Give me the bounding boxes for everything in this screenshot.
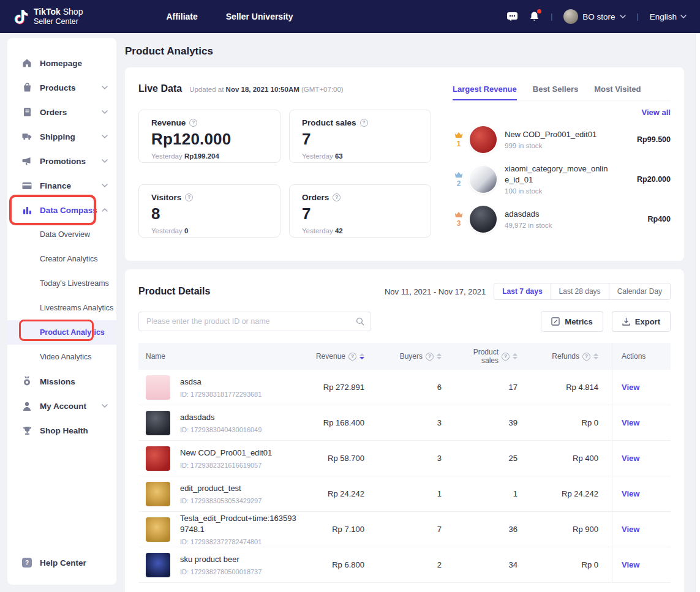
product-image xyxy=(146,375,170,400)
col-revenue[interactable]: Revenue xyxy=(316,352,364,361)
nav-seller-university[interactable]: Seller University xyxy=(226,12,293,21)
sidebar-item-todays-livestreams[interactable]: Today's Livestreams xyxy=(7,271,116,296)
view-link[interactable]: View xyxy=(622,525,639,534)
sidebar-item-finance[interactable]: Finance xyxy=(7,173,116,198)
table-row: New COD_Pro001_edit01ID: 172938232161661… xyxy=(138,441,671,476)
help-circle-icon[interactable] xyxy=(185,193,193,201)
orders-icon xyxy=(22,107,32,117)
tiktok-note-icon xyxy=(13,9,28,25)
nav-affiliate[interactable]: Affiliate xyxy=(166,12,197,21)
truck-icon xyxy=(22,132,32,141)
notification-dot xyxy=(537,9,541,13)
logo-text: TikTok Shop Seller Center xyxy=(34,7,83,26)
visitors-value: 8 xyxy=(151,204,268,223)
tab-most-visited[interactable]: Most Visited xyxy=(594,81,641,100)
search-input[interactable] xyxy=(146,317,356,326)
help-circle-icon[interactable] xyxy=(502,353,510,361)
chevron-down-icon xyxy=(102,159,108,163)
table-row: sku product beerID: 1729382780500018737 … xyxy=(138,547,671,583)
sidebar-item-livestreams-analytics[interactable]: Livestreams Analytics xyxy=(7,296,116,320)
sidebar-item-promotions[interactable]: Promotions xyxy=(7,149,116,173)
product-image xyxy=(146,517,170,542)
crown-icon: 2 xyxy=(453,171,465,188)
sidebar-item-data-overview[interactable]: Data Overview xyxy=(7,222,116,247)
sort-icon[interactable] xyxy=(513,353,517,359)
trophy-icon xyxy=(22,426,32,435)
view-link[interactable]: View xyxy=(622,560,639,569)
sort-icon[interactable] xyxy=(593,353,598,359)
chevron-down-icon xyxy=(102,86,108,89)
view-link[interactable]: View xyxy=(622,489,639,498)
window-scrollbar[interactable] xyxy=(695,33,700,592)
tab-largest-revenue[interactable]: Largest Revenue xyxy=(453,81,517,100)
table-row: asdsaID: 1729383181772293681 Rp 272.891 … xyxy=(138,370,671,405)
product-search[interactable] xyxy=(138,312,371,331)
range-last-7-days[interactable]: Last 7 days xyxy=(494,283,550,299)
ranking-item[interactable]: 1 New COD_Pro001_edit01 999 in stock Rp9… xyxy=(453,119,671,159)
sidebar-item-data-compass[interactable]: Data Compass xyxy=(7,198,116,222)
view-link[interactable]: View xyxy=(622,383,639,392)
sidebar-item-products[interactable]: Products xyxy=(7,75,116,100)
help-icon: ? xyxy=(22,558,32,568)
chat-icon[interactable] xyxy=(506,12,518,22)
sidebar-item-shop-health[interactable]: Shop Health xyxy=(7,418,116,443)
tiktok-logo[interactable]: TikTok Shop Seller Center xyxy=(13,7,83,26)
sidebar-item-shipping[interactable]: Shipping xyxy=(7,124,116,149)
product-table: Name Revenue Buyers Product sales Refund… xyxy=(138,343,671,583)
sidebar-item-product-analytics[interactable]: Product Analytics xyxy=(7,320,116,345)
store-name: BO store xyxy=(582,12,615,21)
col-buyers[interactable]: Buyers xyxy=(400,352,442,361)
bell-icon[interactable] xyxy=(529,11,540,22)
language-label: English xyxy=(650,12,677,21)
sidebar-item-my-account[interactable]: My Account xyxy=(7,394,116,418)
store-switcher[interactable]: BO store xyxy=(563,9,625,24)
language-switcher[interactable]: English xyxy=(650,12,687,21)
view-all-link[interactable]: View all xyxy=(642,108,671,117)
help-circle-icon[interactable] xyxy=(426,353,434,361)
sidebar-item-help-center[interactable]: ? Help Center xyxy=(7,558,116,568)
top-nav: Affiliate Seller University xyxy=(166,12,293,21)
col-refunds[interactable]: Refunds xyxy=(552,352,598,361)
table-header: Name Revenue Buyers Product sales Refund… xyxy=(138,343,671,370)
sort-icon[interactable] xyxy=(359,353,364,359)
export-button[interactable]: Export xyxy=(612,311,671,332)
bar-chart-icon xyxy=(22,206,32,215)
product-image xyxy=(470,206,497,233)
help-circle-icon[interactable] xyxy=(582,353,590,361)
product-sales-value: 7 xyxy=(302,130,418,149)
view-link[interactable]: View xyxy=(622,454,639,463)
ranking-item[interactable]: 3 adasdads 49,972 in stock Rp400 xyxy=(453,199,671,239)
sidebar-item-homepage[interactable]: Homepage xyxy=(7,51,116,75)
crown-icon: 1 xyxy=(453,131,465,148)
product-details-title: Product Details xyxy=(138,286,210,297)
search-icon[interactable] xyxy=(356,317,364,326)
range-calendar-day[interactable]: Calendar Day xyxy=(609,283,670,299)
chevron-down-icon xyxy=(680,15,687,18)
orders-value: 7 xyxy=(302,204,418,223)
sidebar-item-creator-analytics[interactable]: Creator Analytics xyxy=(7,247,116,271)
metrics-button[interactable]: Metrics xyxy=(541,311,603,332)
help-circle-icon[interactable] xyxy=(189,119,197,127)
divider: | xyxy=(551,12,552,21)
ranking-item[interactable]: 2 xiaomi_category_move_online_id_01 100 … xyxy=(453,159,671,199)
revenue-value: Rp120.000 xyxy=(151,130,268,149)
stat-card-visitors: Visitors 8 Yesterday 0 xyxy=(138,184,280,238)
page-title: Product Analytics xyxy=(125,45,684,58)
chevron-down-icon xyxy=(102,135,108,138)
view-link[interactable]: View xyxy=(622,418,639,427)
card-icon xyxy=(22,182,32,190)
help-circle-icon[interactable] xyxy=(348,353,356,361)
sidebar-item-orders[interactable]: Orders xyxy=(7,100,116,124)
sidebar-item-video-analytics[interactable]: Video Analytics xyxy=(7,345,116,369)
help-circle-icon[interactable] xyxy=(333,193,341,201)
col-product-sales[interactable]: Product sales xyxy=(455,348,517,365)
sort-icon[interactable] xyxy=(437,353,442,359)
stat-card-product-sales: Product sales 7 Yesterday 63 xyxy=(289,110,431,163)
help-circle-icon[interactable] xyxy=(360,119,368,127)
bag-icon xyxy=(22,83,32,92)
tab-best-sellers[interactable]: Best Sellers xyxy=(533,81,578,100)
sidebar-item-missions[interactable]: Missions xyxy=(7,369,116,394)
divider: | xyxy=(637,12,639,21)
table-row: Tesla_edit_Prodcut+time:1635939748.1ID: … xyxy=(138,512,671,547)
range-last-28-days[interactable]: Last 28 days xyxy=(551,283,609,299)
